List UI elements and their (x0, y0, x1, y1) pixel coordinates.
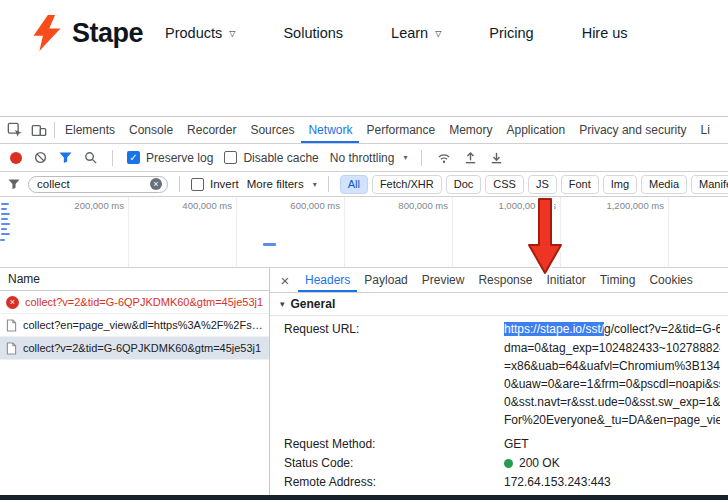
filter-funnel-icon[interactable] (59, 152, 72, 164)
site-header: Stape Products ▽ Solutions Learn ▽ Prici… (0, 0, 728, 66)
tab-application[interactable]: Application (500, 117, 573, 143)
general-section-header[interactable]: ▾ General (270, 293, 728, 316)
device-toolbar-icon[interactable] (27, 119, 51, 141)
request-name: collect?en=page_view&dl=https%3A%2F%2Fst… (23, 319, 265, 331)
nav-label: Hire us (582, 25, 628, 41)
time-tick: 800,000 ms (372, 200, 448, 211)
details-tab-strip: × Headers Payload Preview Response Initi… (270, 268, 728, 293)
nav-item-hire-us[interactable]: Hire us (582, 25, 628, 41)
more-filters-dropdown[interactable]: More filters ▾ (247, 178, 317, 190)
tab-headers[interactable]: Headers (298, 268, 357, 292)
waterfall-activity-bar (1, 208, 7, 210)
tab-memory[interactable]: Memory (442, 117, 499, 143)
header-key: Status Code: (284, 454, 504, 473)
time-tick: 400,000 ms (156, 200, 232, 211)
nav-item-products[interactable]: Products ▽ (165, 25, 235, 41)
request-url-line: =x86&uab=64&uafvl=Chromium%3B134.0.69... (504, 357, 720, 375)
tab-network[interactable]: Network (301, 117, 359, 143)
disable-cache-control[interactable]: Disable cache (224, 151, 318, 165)
stape-logo-icon[interactable] (30, 15, 64, 51)
filter-input[interactable] (37, 178, 146, 190)
request-row[interactable]: collect?en=page_view&dl=https%3A%2F%2Fst… (0, 314, 269, 337)
export-har-icon[interactable] (489, 150, 504, 165)
error-circle-icon: × (6, 296, 19, 309)
invert-checkbox[interactable] (191, 178, 204, 191)
pill-media[interactable]: Media (641, 175, 687, 194)
network-main-area: Name × collect?v=2&tid=G-6QPJKDMK60&gtm=… (0, 268, 728, 495)
pill-fetch-xhr[interactable]: Fetch/XHR (372, 175, 442, 194)
invert-control[interactable]: Invert (191, 178, 239, 191)
waterfall-activity-bar (1, 228, 7, 230)
tab-recorder[interactable]: Recorder (180, 117, 243, 143)
record-icon[interactable] (10, 152, 22, 164)
throttling-dropdown[interactable]: No throttling ▾ (330, 151, 408, 165)
request-row[interactable]: × collect?v=2&tid=G-6QPJKDMK60&gtm=45je5… (0, 291, 269, 314)
disable-cache-checkbox[interactable] (224, 151, 237, 164)
close-icon[interactable]: × (278, 272, 292, 289)
request-name: collect?v=2&tid=G-6QPJKDMK60&gtm=45je53j… (25, 296, 263, 308)
brand-name[interactable]: Stape (72, 18, 143, 49)
tab-timing[interactable]: Timing (593, 268, 643, 292)
nav-item-pricing[interactable]: Pricing (489, 25, 533, 41)
header-value: 200 OK (504, 454, 560, 473)
divider (421, 150, 422, 166)
gridline (236, 197, 237, 267)
chevron-down-icon: ▽ (435, 29, 441, 38)
time-tick: 200,000 ms (48, 200, 124, 211)
search-icon[interactable] (83, 150, 98, 165)
filter-text-box[interactable]: × (28, 176, 168, 193)
waterfall-activity-bar (1, 213, 10, 215)
tab-console[interactable]: Console (122, 117, 180, 143)
request-type-pills: All Fetch/XHR Doc CSS JS Font Img Media … (340, 175, 728, 194)
pill-doc[interactable]: Doc (446, 175, 482, 194)
waterfall-activity-bar (263, 243, 276, 246)
request-url-line: https://stape.io/sst/g/collect?v=2&tid=G… (504, 322, 720, 336)
preserve-log-control[interactable]: Preserve log (127, 151, 213, 165)
tab-performance[interactable]: Performance (359, 117, 442, 143)
pill-font[interactable]: Font (561, 175, 599, 194)
waterfall-activity-bar (1, 218, 8, 220)
tab-preview[interactable]: Preview (415, 268, 472, 292)
pill-all[interactable]: All (340, 175, 368, 194)
nav-item-solutions[interactable]: Solutions (283, 25, 343, 41)
tab-sources[interactable]: Sources (243, 117, 301, 143)
tab-cookies[interactable]: Cookies (642, 268, 699, 292)
name-column-header[interactable]: Name (0, 268, 269, 291)
divider (328, 176, 329, 192)
pill-manifest[interactable]: Manifest (691, 175, 728, 194)
pill-img[interactable]: Img (603, 175, 637, 194)
tab-lighthouse-partial[interactable]: Li (694, 117, 717, 143)
header-value: https://stape.io/sst/g/collect?v=2&tid=G… (504, 320, 720, 429)
network-conditions-icon[interactable] (436, 151, 452, 165)
nav-item-learn[interactable]: Learn ▽ (391, 25, 441, 41)
preserve-log-label: Preserve log (146, 151, 213, 165)
gridline (668, 197, 669, 267)
header-value: GET (504, 435, 529, 454)
disable-cache-label: Disable cache (243, 151, 318, 165)
filter-funnel-small-icon (8, 179, 20, 190)
chevron-down-icon: ▾ (403, 153, 407, 162)
request-row-selected[interactable]: collect?v=2&tid=G-6QPJKDMK60&gtm=45je53j… (0, 337, 269, 360)
header-field-request-method: Request Method: GET (284, 435, 720, 454)
pill-js[interactable]: JS (528, 175, 557, 194)
pill-css[interactable]: CSS (485, 175, 524, 194)
time-tick: 1,200,000 ms (588, 200, 664, 211)
clear-filter-icon[interactable]: × (150, 178, 162, 190)
divider (179, 176, 180, 192)
clear-icon[interactable] (33, 150, 48, 165)
tab-privacy-security[interactable]: Privacy and security (572, 117, 693, 143)
network-overview-timeline[interactable]: 200,000 ms 400,000 ms 600,000 ms 800,000… (0, 197, 728, 268)
inspect-element-icon[interactable] (3, 119, 27, 141)
status-code-text: 200 OK (519, 456, 560, 470)
import-har-icon[interactable] (463, 150, 478, 165)
disclosure-triangle-icon: ▾ (280, 299, 285, 309)
gridline (344, 197, 345, 267)
preserve-log-checkbox[interactable] (127, 151, 140, 164)
red-annotation-arrow-icon (526, 197, 564, 277)
green-status-dot-icon (504, 459, 513, 468)
network-toolbar: Preserve log Disable cache No throttling… (0, 144, 728, 172)
nav-label: Pricing (489, 25, 533, 41)
time-tick: 600,000 ms (264, 200, 340, 211)
tab-payload[interactable]: Payload (357, 268, 414, 292)
tab-elements[interactable]: Elements (58, 117, 122, 143)
